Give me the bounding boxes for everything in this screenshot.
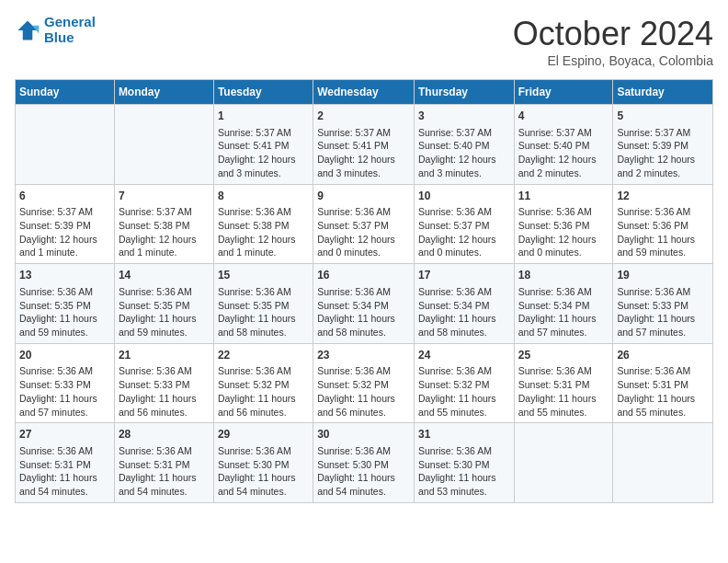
day-info: Sunset: 5:40 PM	[418, 139, 510, 153]
day-info: Daylight: 12 hours and 3 minutes.	[418, 153, 510, 179]
day-info: Daylight: 12 hours and 1 minute.	[218, 233, 309, 259]
day-info: Sunrise: 5:36 AM	[19, 364, 110, 378]
day-info: Daylight: 11 hours and 59 minutes.	[19, 312, 110, 339]
calendar-cell: 11Sunrise: 5:36 AMSunset: 5:36 PMDayligh…	[514, 184, 613, 264]
logo-icon	[15, 17, 40, 43]
day-info: Sunrise: 5:36 AM	[418, 444, 510, 458]
month-title: October 2024	[513, 15, 713, 53]
calendar-cell: 19Sunrise: 5:36 AMSunset: 5:33 PMDayligh…	[613, 264, 713, 344]
calendar-cell: 13Sunrise: 5:36 AMSunset: 5:35 PMDayligh…	[16, 264, 115, 344]
day-info: Daylight: 11 hours and 57 minutes.	[518, 312, 609, 339]
calendar-cell: 30Sunrise: 5:36 AMSunset: 5:30 PMDayligh…	[313, 423, 415, 503]
day-info: Sunset: 5:33 PM	[617, 299, 709, 313]
day-info: Daylight: 11 hours and 54 minutes.	[218, 471, 309, 498]
calendar-cell: 23Sunrise: 5:36 AMSunset: 5:32 PMDayligh…	[313, 343, 415, 423]
day-info: Sunset: 5:36 PM	[518, 219, 609, 233]
day-info: Sunrise: 5:37 AM	[19, 205, 110, 219]
day-info: Sunrise: 5:37 AM	[218, 126, 309, 140]
week-row-2: 6Sunrise: 5:37 AMSunset: 5:39 PMDaylight…	[16, 184, 713, 264]
day-info: Sunset: 5:31 PM	[119, 458, 210, 472]
day-number: 18	[518, 268, 609, 283]
calendar-cell: 8Sunrise: 5:36 AMSunset: 5:38 PMDaylight…	[213, 184, 313, 264]
calendar-cell: 20Sunrise: 5:36 AMSunset: 5:33 PMDayligh…	[16, 343, 115, 423]
day-info: Sunset: 5:31 PM	[518, 378, 609, 392]
calendar-cell: 28Sunrise: 5:36 AMSunset: 5:31 PMDayligh…	[114, 423, 213, 503]
day-info: Sunrise: 5:36 AM	[418, 205, 510, 219]
day-info: Sunset: 5:34 PM	[518, 299, 609, 313]
day-info: Sunrise: 5:36 AM	[119, 364, 210, 378]
day-info: Sunset: 5:30 PM	[218, 458, 309, 472]
day-number: 29	[218, 427, 309, 442]
day-info: Sunset: 5:37 PM	[418, 219, 510, 233]
location: El Espino, Boyaca, Colombia	[513, 53, 713, 68]
day-info: Daylight: 12 hours and 0 minutes.	[317, 233, 410, 259]
day-info: Daylight: 11 hours and 57 minutes.	[617, 312, 709, 339]
calendar-cell: 31Sunrise: 5:36 AMSunset: 5:30 PMDayligh…	[414, 423, 514, 503]
day-info: Daylight: 11 hours and 59 minutes.	[617, 233, 709, 259]
day-info: Daylight: 11 hours and 56 minutes.	[317, 392, 410, 419]
calendar-cell: 29Sunrise: 5:36 AMSunset: 5:30 PMDayligh…	[213, 423, 313, 503]
day-info: Daylight: 12 hours and 1 minute.	[19, 233, 110, 259]
day-number: 6	[19, 189, 110, 204]
day-info: Sunrise: 5:36 AM	[218, 364, 309, 378]
day-info: Daylight: 11 hours and 57 minutes.	[19, 392, 110, 419]
day-info: Sunset: 5:30 PM	[317, 458, 410, 472]
calendar-cell: 6Sunrise: 5:37 AMSunset: 5:39 PMDaylight…	[16, 184, 115, 264]
day-info: Sunrise: 5:36 AM	[617, 285, 709, 299]
day-info: Daylight: 12 hours and 0 minutes.	[518, 233, 609, 259]
day-number: 11	[518, 189, 609, 204]
day-info: Sunset: 5:33 PM	[19, 378, 110, 392]
day-info: Sunrise: 5:36 AM	[617, 364, 709, 378]
day-number: 24	[418, 348, 510, 363]
calendar-cell	[514, 423, 613, 503]
day-number: 30	[317, 427, 410, 442]
day-info: Daylight: 11 hours and 54 minutes.	[119, 471, 210, 498]
day-info: Daylight: 12 hours and 3 minutes.	[317, 153, 410, 179]
day-info: Sunset: 5:35 PM	[19, 299, 110, 313]
day-info: Sunset: 5:34 PM	[418, 299, 510, 313]
calendar-cell: 24Sunrise: 5:36 AMSunset: 5:32 PMDayligh…	[414, 343, 514, 423]
day-info: Sunrise: 5:36 AM	[218, 205, 309, 219]
day-info: Sunrise: 5:36 AM	[317, 285, 410, 299]
day-info: Sunset: 5:39 PM	[617, 139, 709, 153]
day-number: 5	[617, 109, 709, 124]
day-info: Sunset: 5:40 PM	[518, 139, 609, 153]
day-number: 31	[418, 427, 510, 442]
calendar-cell: 17Sunrise: 5:36 AMSunset: 5:34 PMDayligh…	[414, 264, 514, 344]
column-header-sunday: Sunday	[16, 80, 115, 105]
day-info: Sunrise: 5:36 AM	[19, 444, 110, 458]
day-number: 13	[19, 268, 110, 283]
column-header-tuesday: Tuesday	[213, 80, 313, 105]
day-number: 20	[19, 348, 110, 363]
day-number: 27	[19, 427, 110, 442]
calendar-cell: 22Sunrise: 5:36 AMSunset: 5:32 PMDayligh…	[213, 343, 313, 423]
day-info: Sunrise: 5:37 AM	[317, 126, 410, 140]
day-info: Sunset: 5:35 PM	[119, 299, 210, 313]
week-row-5: 27Sunrise: 5:36 AMSunset: 5:31 PMDayligh…	[16, 423, 713, 503]
day-number: 19	[617, 268, 709, 283]
day-number: 9	[317, 189, 410, 204]
day-info: Daylight: 11 hours and 58 minutes.	[317, 312, 410, 339]
week-row-4: 20Sunrise: 5:36 AMSunset: 5:33 PMDayligh…	[16, 343, 713, 423]
day-number: 23	[317, 348, 410, 363]
calendar-cell: 25Sunrise: 5:36 AMSunset: 5:31 PMDayligh…	[514, 343, 613, 423]
day-info: Sunset: 5:41 PM	[218, 139, 309, 153]
day-info: Daylight: 11 hours and 55 minutes.	[418, 392, 510, 419]
day-info: Daylight: 11 hours and 56 minutes.	[218, 392, 309, 419]
day-info: Sunset: 5:30 PM	[418, 458, 510, 472]
day-info: Sunrise: 5:36 AM	[19, 285, 110, 299]
calendar-cell: 12Sunrise: 5:36 AMSunset: 5:36 PMDayligh…	[613, 184, 713, 264]
day-info: Sunrise: 5:36 AM	[518, 285, 609, 299]
page-header: General Blue October 2024 El Espino, Boy…	[15, 15, 713, 68]
day-info: Sunset: 5:32 PM	[418, 378, 510, 392]
day-info: Daylight: 12 hours and 3 minutes.	[218, 153, 309, 179]
day-info: Sunrise: 5:36 AM	[218, 444, 309, 458]
title-block: October 2024 El Espino, Boyaca, Colombia	[513, 15, 713, 68]
day-number: 2	[317, 109, 410, 124]
logo: General Blue	[15, 15, 96, 45]
day-number: 10	[418, 189, 510, 204]
svg-marker-0	[18, 20, 38, 40]
day-info: Sunset: 5:39 PM	[19, 219, 110, 233]
calendar-cell: 21Sunrise: 5:36 AMSunset: 5:33 PMDayligh…	[114, 343, 213, 423]
calendar-cell	[16, 105, 115, 185]
